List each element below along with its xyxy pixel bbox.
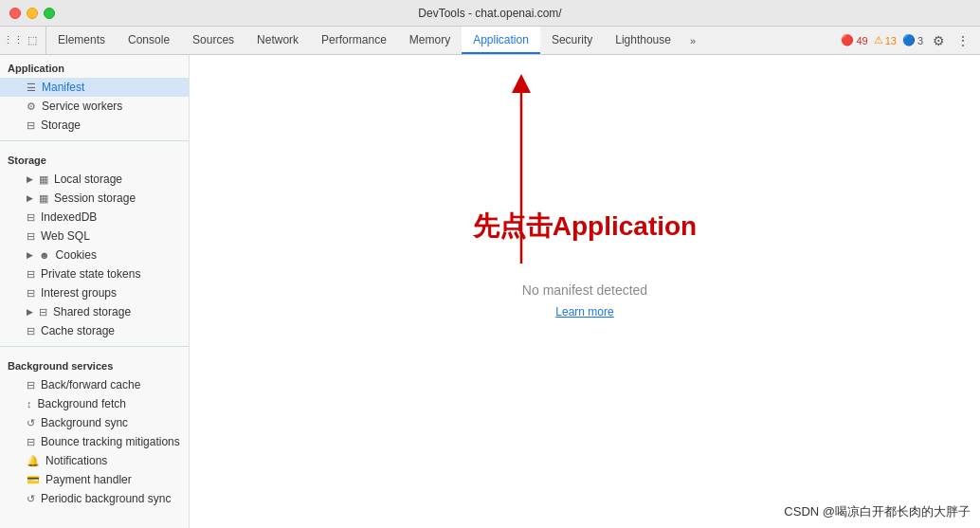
tab-security[interactable]: Security [540, 27, 604, 54]
sidebar-item-bg-fetch[interactable]: ↕ Background fetch [0, 394, 189, 413]
backforward-icon: ⊟ [27, 379, 35, 391]
shared-storage-label: Shared storage [53, 305, 131, 319]
watermark: CSDN @喝凉白开都长肉的大胖子 [784, 503, 971, 520]
nav-tabs: Elements Console Sources Network Perform… [46, 27, 833, 54]
sidebar: Application ☰ Manifest ⚙ Service workers… [0, 55, 190, 528]
bg-sync-icon: ↺ [27, 417, 35, 429]
no-manifest-text: No manifest detected [522, 282, 647, 298]
storage-icon: ⊟ [27, 119, 35, 132]
indexeddb-icon: ⊟ [27, 211, 35, 224]
sidebar-item-storage[interactable]: ⊟ Storage [0, 116, 189, 135]
shared-storage-icon: ⊟ [39, 306, 47, 319]
expand-icon: ▶ [27, 250, 33, 260]
payment-label: Payment handler [45, 473, 132, 486]
dock-icon[interactable]: ⋮⋮ [6, 33, 21, 48]
tab-lighthouse[interactable]: Lighthouse [604, 27, 682, 54]
session-storage-label: Session storage [54, 191, 136, 205]
sidebar-item-indexeddb[interactable]: ⊟ IndexedDB [0, 208, 189, 227]
tab-memory[interactable]: Memory [398, 27, 462, 54]
local-storage-label: Local storage [54, 173, 122, 186]
sidebar-item-payment[interactable]: 💳 Payment handler [0, 470, 189, 489]
service-workers-label: Service workers [42, 100, 122, 113]
section-storage-label: Storage [0, 147, 189, 170]
web-sql-icon: ⊟ [27, 230, 35, 243]
expand-icon: ▶ [27, 307, 33, 317]
notifications-icon: 🔔 [27, 455, 40, 467]
info-badge: 🔵 3 [902, 34, 923, 46]
more-options-icon[interactable]: ⋮ [953, 31, 972, 50]
warning-icon: ⚠ [874, 34, 883, 46]
sidebar-item-manifest[interactable]: ☰ Manifest [0, 78, 189, 97]
sidebar-item-web-sql[interactable]: ⊟ Web SQL [0, 227, 189, 246]
settings-icon[interactable]: ⚙ [929, 31, 948, 50]
sidebar-item-cache-storage[interactable]: ⊟ Cache storage [0, 321, 189, 340]
bg-fetch-icon: ↕ [27, 398, 32, 410]
tab-elements[interactable]: Elements [46, 27, 117, 54]
sidebar-item-shared-storage[interactable]: ▶ ⊟ Shared storage [0, 302, 189, 321]
cache-storage-icon: ⊟ [27, 325, 35, 337]
sidebar-item-session-storage[interactable]: ▶ ▦ Session storage [0, 189, 189, 208]
expand-icon: ▶ [27, 174, 33, 184]
warning-count: 13 [885, 35, 897, 46]
manifest-label: Manifest [42, 81, 84, 94]
title-bar: DevTools - chat.openai.com/ [0, 0, 980, 27]
header-right: 🔴 49 ⚠ 13 🔵 3 ⚙ ⋮ [833, 27, 980, 54]
interest-groups-icon: ⊟ [27, 287, 35, 300]
sidebar-item-backforward[interactable]: ⊟ Back/forward cache [0, 375, 189, 394]
indexeddb-label: IndexedDB [41, 210, 97, 224]
sidebar-item-notifications[interactable]: 🔔 Notifications [0, 451, 189, 470]
tab-network[interactable]: Network [245, 27, 310, 54]
traffic-lights [9, 8, 55, 19]
divider-2 [0, 346, 189, 347]
sidebar-item-bounce-tracking[interactable]: ⊟ Bounce tracking mitigations [0, 432, 189, 451]
bg-fetch-label: Background fetch [38, 397, 126, 410]
main-content: 先点击Application No manifest detected Lear… [190, 55, 980, 528]
private-state-label: Private state tokens [41, 267, 140, 281]
sidebar-item-local-storage[interactable]: ▶ ▦ Local storage [0, 170, 189, 189]
error-count: 49 [856, 35, 867, 46]
sidebar-item-private-state[interactable]: ⊟ Private state tokens [0, 264, 189, 283]
instruction-text: 先点击Application [473, 209, 697, 245]
sidebar-item-cookies[interactable]: ▶ ☻ Cookies [0, 246, 189, 264]
cookies-label: Cookies [56, 248, 97, 262]
error-icon: 🔴 [841, 34, 854, 46]
minimize-button[interactable] [27, 8, 38, 19]
cache-storage-label: Cache storage [41, 324, 115, 337]
divider-1 [0, 140, 189, 141]
tab-console[interactable]: Console [117, 27, 181, 54]
expand-icon: ▶ [27, 193, 33, 203]
interest-groups-label: Interest groups [41, 286, 117, 300]
storage-label: Storage [41, 118, 81, 132]
info-icon: 🔵 [902, 34, 916, 46]
window-title: DevTools - chat.openai.com/ [418, 7, 561, 20]
tab-sources[interactable]: Sources [181, 27, 245, 54]
section-application-label: Application [0, 55, 189, 78]
web-sql-label: Web SQL [41, 229, 90, 243]
sidebar-item-periodic-sync[interactable]: ↺ Periodic background sync [0, 489, 189, 508]
payment-icon: 💳 [27, 474, 40, 486]
devtools-controls: ⋮⋮ ⬚ [0, 27, 46, 54]
local-storage-icon: ▦ [39, 173, 48, 186]
section-background-label: Background services [0, 353, 189, 375]
cookies-icon: ☻ [39, 249, 50, 261]
notifications-label: Notifications [45, 454, 107, 467]
inspect-icon[interactable]: ⬚ [25, 33, 40, 48]
tab-application[interactable]: Application [462, 27, 540, 54]
service-workers-icon: ⚙ [27, 100, 36, 113]
bounce-tracking-icon: ⊟ [27, 436, 35, 448]
private-state-icon: ⊟ [27, 268, 35, 281]
periodic-sync-label: Periodic background sync [41, 492, 171, 505]
fullscreen-button[interactable] [44, 8, 55, 19]
learn-more-link[interactable]: Learn more [555, 305, 613, 319]
sidebar-item-service-workers[interactable]: ⚙ Service workers [0, 97, 189, 116]
sidebar-item-interest-groups[interactable]: ⊟ Interest groups [0, 283, 189, 302]
tabs-more-button[interactable]: » [682, 27, 703, 54]
devtools-header: ⋮⋮ ⬚ Elements Console Sources Network Pe… [0, 27, 980, 55]
sidebar-item-bg-sync[interactable]: ↺ Background sync [0, 413, 189, 432]
tab-performance[interactable]: Performance [310, 27, 398, 54]
backforward-label: Back/forward cache [41, 378, 140, 391]
close-button[interactable] [9, 8, 21, 19]
warning-badge: ⚠ 13 [874, 34, 897, 46]
session-storage-icon: ▦ [39, 192, 48, 205]
info-count: 3 [917, 35, 923, 46]
